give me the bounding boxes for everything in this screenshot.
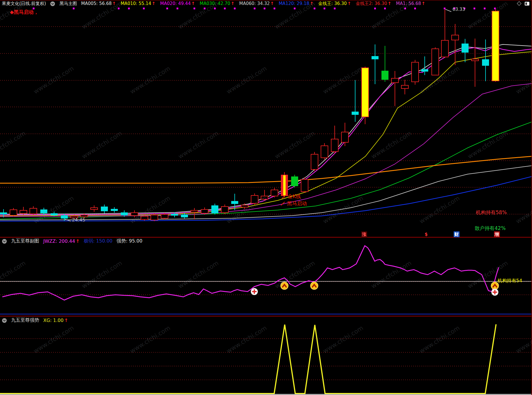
bottom-panel-header: 九五至尊强势 XG: 1.00↑ — [2, 317, 68, 323]
retail-holding-label: 散户持有42% — [475, 226, 506, 231]
stock-title: 果麦文化(日线.前复权) — [2, 1, 46, 6]
sub-panel-header: 九五至尊副图 JWZZ: 200.44↑ 极弱: 150.00 强势: 95.0… — [2, 238, 142, 244]
status-mark: $ — [423, 231, 429, 237]
chevron-circle-icon[interactable] — [2, 239, 7, 244]
chevron-circle-icon[interactable] — [50, 1, 55, 6]
high-price-annotation: 63.33 — [452, 7, 465, 12]
sub-holding-label: 机构持有54 — [498, 278, 522, 283]
signal-flag: ◆黑马启动， — [10, 9, 39, 15]
heima-start-label: 黑马启动 — [287, 201, 307, 206]
sub-panel-title: 九五至尊副图 — [11, 238, 39, 244]
xg-value: XG: 1.00↑ — [43, 318, 68, 323]
institution-holding-label: 机构持有58% — [476, 210, 507, 215]
status-mark: 财 — [454, 231, 460, 237]
up-arrow: ↑ — [152, 1, 156, 6]
jwzz-value: JWZZ: 200.44↑ — [43, 238, 80, 244]
up-arrow: ↑ — [191, 1, 195, 6]
bottom-panel-title: 九五至尊强势 — [11, 317, 39, 323]
up-arrow: ↑ — [231, 1, 235, 6]
status-mark: 涨 — [361, 231, 367, 237]
low-price-annotation: 24.45 — [72, 217, 85, 223]
chevron-circle-icon[interactable] — [2, 318, 7, 323]
app-window: www.cfchi.comwww.cfchi.comwww.cfchi.comw… — [0, 0, 532, 395]
legend-item: MA030: 42.70↑ — [200, 1, 234, 6]
legend-item: MA1: 56.68↑ — [396, 1, 425, 6]
up-arrow: ↑ — [112, 1, 116, 6]
up-arrow: ↑ — [388, 1, 391, 6]
legend-item: 金线王: 36.30↑ — [318, 1, 351, 6]
up-arrow: ↑ — [422, 1, 425, 6]
diamond-icon[interactable] — [517, 1, 521, 7]
top-bar: 果麦文化(日线.前复权) 黑马主图 MA005: 56.68↑MA010: 55… — [2, 1, 425, 6]
jiruo-value: 极弱: 150.00 — [84, 238, 112, 244]
legend-item: MA120: 29.18↑ — [279, 1, 313, 6]
legend-item: MA060: 34.32↑ — [239, 1, 274, 6]
legend-item: MA020: 49.44↑ — [160, 1, 195, 6]
chart-canvas[interactable] — [0, 0, 532, 395]
legend-item: 金线王2: 36.30↑ — [356, 1, 391, 6]
up-arrow: ↑ — [347, 1, 351, 6]
legend-item: MA005: 56.68↑ — [81, 1, 116, 6]
main-chart-label: 黑马主图 — [59, 1, 77, 6]
window-restore-icon[interactable] — [524, 1, 530, 7]
up-arrow: ↑ — [270, 1, 274, 6]
up-arrow: ↑ — [310, 1, 314, 6]
gold-k-label: 金K线 — [288, 194, 301, 199]
qiangshi-value: 强势: 95.00 — [117, 238, 142, 244]
up-arrow: ↑ — [76, 238, 80, 244]
ma-legend: MA005: 56.68↑MA010: 55.14↑MA020: 49.44↑M… — [81, 1, 425, 6]
up-arrow: ↑ — [64, 318, 68, 323]
legend-item: MA010: 55.14↑ — [121, 1, 156, 6]
status-mark: 增 — [494, 231, 500, 237]
